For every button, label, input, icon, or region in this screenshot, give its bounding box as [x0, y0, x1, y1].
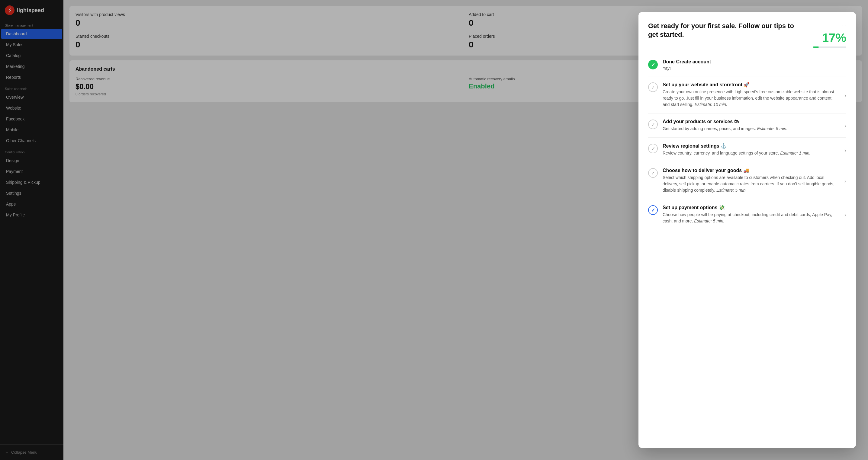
check-pending-icon: ✓ [651, 85, 655, 90]
checklist-item-create-account[interactable]: ✓ Done Create account Yay! [648, 54, 846, 76]
check-pending-icon-regional: ✓ [651, 146, 655, 152]
checklist-item-delivery[interactable]: ✓ Choose how to deliver your goods 🚚 Sel… [648, 162, 846, 199]
chevron-right-icon: › [844, 92, 846, 99]
checklist-title-create-account: Done Create account [663, 59, 846, 65]
checklist-desc-products: Get started by adding names, prices, and… [663, 126, 840, 132]
checklist-title-products: Add your products or services 🛍 [663, 119, 840, 124]
chevron-right-icon-payment: › [844, 212, 846, 218]
checkmark-icon: ✓ [651, 62, 655, 68]
onboarding-panel: Get ready for your first sale. Follow ou… [639, 12, 856, 448]
checklist-content-products: Add your products or services 🛍 Get star… [663, 119, 840, 132]
checklist-title-delivery: Choose how to deliver your goods 🚚 [663, 167, 840, 173]
checklist-item-products[interactable]: ✓ Add your products or services 🛍 Get st… [648, 113, 846, 138]
panel-percentage: 17% [822, 31, 846, 45]
chevron-right-icon-regional: › [844, 147, 846, 154]
create-account-done-text: Create account [676, 59, 711, 64]
check-circle-delivery: ✓ [648, 168, 658, 178]
checklist-item-website[interactable]: ✓ Set up your website and storefront 🚀 C… [648, 76, 846, 113]
checklist-content-website: Set up your website and storefront 🚀 Cre… [663, 82, 840, 108]
checklist-content-payment: Set up payment options 💸 Choose how peop… [663, 205, 840, 224]
checklist-desc-regional: Review country, currency, and language s… [663, 150, 840, 156]
panel-header-right: ··· 17% [813, 22, 846, 48]
checklist-desc-payment: Choose how people will be paying at chec… [663, 211, 840, 224]
check-circle-website: ✓ [648, 83, 658, 92]
checklist-desc-delivery: Select which shipping options are availa… [663, 174, 840, 194]
checklist-desc-website: Create your own online presence with Lig… [663, 89, 840, 108]
progress-bar-container [813, 46, 846, 48]
checklist-content-delivery: Choose how to deliver your goods 🚚 Selec… [663, 167, 840, 194]
checklist-title-website: Set up your website and storefront 🚀 [663, 82, 840, 88]
chevron-right-icon-delivery: › [844, 178, 846, 185]
checklist-title-payment: Set up payment options 💸 [663, 205, 840, 210]
checklist-estimate-regional: Estimate: 1 min. [780, 151, 810, 156]
check-active-icon-payment: ✓ [651, 207, 655, 213]
progress-bar-fill [813, 46, 819, 48]
checklist-title-regional: Review regional settings ⚓ [663, 143, 840, 149]
chevron-right-icon-products: › [844, 123, 846, 129]
panel-header: Get ready for your first sale. Follow ou… [648, 22, 846, 48]
create-account-sub: Yay! [663, 66, 846, 71]
panel-title: Get ready for your first sale. Follow ou… [648, 22, 805, 39]
checklist-estimate-delivery: Estimate: 5 min. [716, 188, 747, 193]
three-dots-button[interactable]: ··· [842, 22, 846, 28]
check-pending-icon-delivery: ✓ [651, 170, 655, 176]
checklist-estimate-website: Estimate: 10 min. [695, 102, 727, 107]
checklist-content-regional: Review regional settings ⚓ Review countr… [663, 143, 840, 156]
checklist: ✓ Done Create account Yay! ✓ Set up your… [648, 54, 846, 230]
check-pending-icon-products: ✓ [651, 122, 655, 127]
checklist-content-create-account: Done Create account Yay! [663, 59, 846, 71]
check-circle-done: ✓ [648, 60, 658, 69]
checklist-item-payment[interactable]: ✓ Set up payment options 💸 Choose how pe… [648, 199, 846, 230]
check-circle-payment: ✓ [648, 205, 658, 215]
checklist-item-regional[interactable]: ✓ Review regional settings ⚓ Review coun… [648, 138, 846, 162]
checklist-estimate-payment: Estimate: 5 min. [694, 219, 724, 223]
check-circle-products: ✓ [648, 120, 658, 129]
check-circle-regional: ✓ [648, 144, 658, 153]
checklist-estimate-products: Estimate: 5 min. [757, 126, 787, 131]
